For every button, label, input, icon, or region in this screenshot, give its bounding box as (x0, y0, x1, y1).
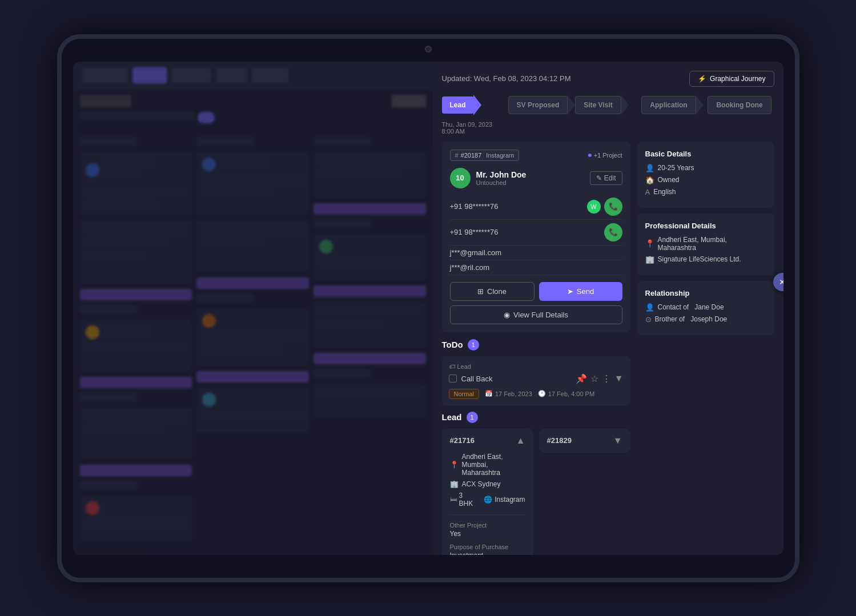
other-project-value: Yes (450, 530, 525, 538)
todo-section-header: ToDo 1 (442, 339, 630, 351)
contact1-item: 👤 Contact of Jane Doe (645, 303, 766, 312)
progress-bar: Lead SV Proposed Site Visit Application … (442, 95, 774, 115)
lightning-icon: ⚡ (698, 75, 706, 83)
purpose-label: Purpose of Purchase (450, 543, 525, 550)
todo-tag: 🏷 Lead (449, 363, 624, 370)
step-label-booking-done: Booking Done (708, 96, 771, 114)
todo-title: ToDo (442, 340, 463, 349)
person-icon: 👤 (645, 164, 654, 172)
todo-actions: 📌 ☆ ⋮ ▼ (576, 373, 624, 384)
step-lead[interactable]: Lead (442, 95, 508, 115)
email-row-2: j***@ril.com (450, 260, 622, 275)
step-booking-done[interactable]: Booking Done (708, 96, 774, 114)
clone-button[interactable]: ⊞ Clone (450, 282, 535, 301)
step-label-sv-proposed: SV Proposed (508, 96, 568, 114)
contact2-icon: ⊙ (645, 315, 652, 324)
instagram-badge: # #20187 Instagram (450, 150, 520, 161)
view-full-button[interactable]: ◉ View Full Details (450, 305, 622, 324)
prof-location-item: 📍 Andheri East, Mumbai, Maharashtra (645, 236, 766, 252)
step-site-visit[interactable]: Site Visit (575, 95, 641, 115)
timestamp: Thu, Jan 09, 2023 8:00 AM (442, 121, 774, 135)
whatsapp-icon-1[interactable]: W (587, 200, 601, 214)
right-panel: Updated: Wed, Feb 08, 2023 04:12 PM ⚡ Gr… (433, 62, 783, 555)
more-icon[interactable]: ⋮ (602, 373, 611, 384)
lead-accordion-21829: #21829 ▼ (539, 429, 630, 555)
accordion-header-21716[interactable]: #21716 ▲ (442, 429, 533, 453)
lead-card-header: # #20187 Instagram +1 Project (450, 150, 622, 161)
professional-details-card: Professional Details 📍 Andheri East, Mum… (637, 214, 774, 275)
project-badge: +1 Project (588, 152, 622, 159)
prof-company-icon: 🏢 (645, 255, 654, 264)
star-icon[interactable]: ☆ (590, 373, 598, 384)
clock-icon: 🕐 (538, 390, 546, 397)
main-content: # #20187 Instagram +1 Project 10 (442, 142, 774, 555)
step-arrow-lead (473, 95, 481, 115)
bed-icon: 🛏 (450, 496, 457, 504)
send-button[interactable]: ➤ Send (539, 282, 622, 301)
edit-button[interactable]: ✎ Edit (590, 171, 622, 185)
contact2-item: ⊙ Brother of Joseph Doe (645, 315, 766, 324)
email-row-1: j***@gmail.com (450, 245, 622, 260)
phone-2: +91 98******76 (450, 228, 499, 236)
step-arrow-application (696, 95, 704, 115)
contact-row: 10 Mr. John Doe Untouched ✎ Edit (450, 168, 622, 188)
phone-row-2: +91 98******76 📞 (450, 220, 622, 245)
step-label-application: Application (641, 96, 696, 114)
project-dot (588, 154, 592, 157)
avatar: 10 (450, 168, 471, 188)
step-arrow-sv-proposed (567, 95, 575, 115)
ownership-item: 🏠 Owned (645, 176, 766, 184)
age-item: 👤 20-25 Years (645, 164, 766, 172)
contact-status: Untouched (476, 179, 584, 186)
todo-text: Call Back (461, 375, 571, 383)
basic-details-title: Basic Details (645, 150, 766, 158)
step-label-lead: Lead (442, 96, 474, 114)
extra-info: Other Project Yes Purpose of Purchase In… (450, 514, 525, 555)
tag-icon: 🏷 (449, 363, 455, 370)
left-content: # #20187 Instagram +1 Project 10 (442, 142, 630, 555)
date-item-2: 🕐 17 Feb, 4:00 PM (538, 390, 594, 397)
tablet-frame: ✕ Updated: Wed, Feb 08, 2023 04:12 PM ⚡ … (57, 34, 799, 582)
date-item-1: 📅 17 Feb, 2023 (485, 390, 532, 397)
left-panel (73, 62, 433, 555)
todo-card: 🏷 Lead Call Back 📌 ☆ ⋮ ▼ (442, 356, 630, 406)
priority-badge: Normal (449, 389, 479, 399)
eye-icon: ◉ (504, 311, 510, 319)
language-item: A English (645, 188, 766, 196)
call-icon-1[interactable]: 📞 (604, 198, 622, 216)
right-sidebar: Basic Details 👤 20-25 Years 🏠 Owned A En… (637, 142, 774, 555)
todo-footer: Normal 📅 17 Feb, 2023 🕐 17 Feb, 4:00 PM (449, 389, 624, 399)
expand-icon[interactable]: ▼ (614, 373, 624, 384)
graphical-journey-button[interactable]: ⚡ Graphical Journey (689, 71, 774, 87)
send-icon: ➤ (567, 287, 573, 296)
prof-company-item: 🏢 Signature LifeSciences Ltd. (645, 255, 766, 264)
purpose-value: Investment (450, 551, 525, 555)
collapsed-accordion-21829[interactable]: #21829 ▼ (539, 429, 630, 453)
source-item: 🌐 Instagram (484, 492, 525, 508)
home-icon: 🏠 (645, 176, 654, 184)
chevron-down-icon: ▼ (613, 436, 622, 446)
calendar-icon: 📅 (485, 390, 493, 397)
config-item: 🛏 3 BHK (450, 492, 475, 508)
todo-count: 1 (468, 339, 479, 351)
step-label-site-visit: Site Visit (575, 96, 621, 114)
relationship-card: Relationship 👤 Contact of Jane Doe ⊙ Bro… (637, 281, 774, 335)
updated-text: Updated: Wed, Feb 08, 2023 04:12 PM (442, 74, 571, 83)
hash-icon: # (455, 152, 459, 159)
other-project-label: Other Project (450, 522, 525, 529)
lead-info-card: # #20187 Instagram +1 Project 10 (442, 142, 630, 332)
lead-list-section: Lead 1 #21716 ▲ (442, 412, 630, 555)
lead-cards-row: #21716 ▲ 📍 Andheri East, Mumbai, Maharas… (442, 429, 630, 555)
pin-icon[interactable]: 📌 (576, 373, 587, 384)
location-detail: 📍 Andheri East, Mumbai, Maharashtra (450, 453, 525, 477)
accordion-body-21716: 📍 Andheri East, Mumbai, Maharashtra 🏢 AC… (442, 453, 533, 555)
config-grid: 🛏 3 BHK 🌐 Instagram (450, 492, 525, 508)
contact-name: Mr. John Doe (476, 170, 584, 179)
contact1-icon: 👤 (645, 303, 654, 312)
step-sv-proposed[interactable]: SV Proposed (508, 95, 576, 115)
chevron-up-icon: ▲ (516, 436, 525, 446)
lead-section-title: Lead (442, 412, 462, 422)
call-icon-2[interactable]: 📞 (604, 223, 622, 241)
todo-checkbox[interactable] (449, 375, 457, 383)
step-application[interactable]: Application (641, 95, 708, 115)
